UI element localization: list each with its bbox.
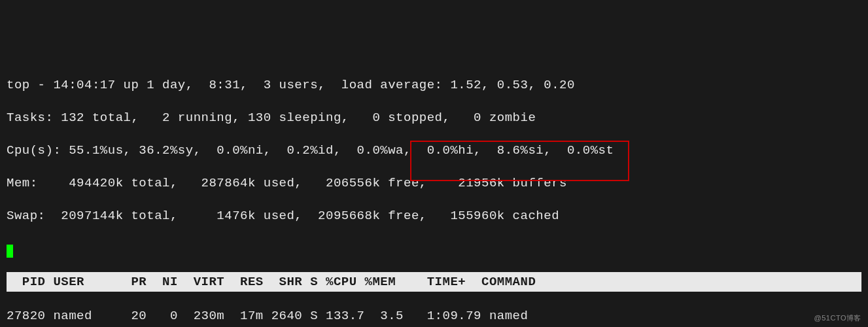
watermark-text: @51CTO博客: [814, 313, 861, 323]
top-summary-line-3: Cpu(s): 55.1%us, 36.2%sy, 0.0%ni, 0.2%id…: [7, 141, 861, 160]
top-summary-line-2: Tasks: 132 total, 2 running, 130 sleepin…: [7, 109, 861, 127]
top-summary-line-4: Mem: 494420k total, 287864k used, 206556…: [7, 174, 861, 192]
top-summary-line-1: top - 14:04:17 up 1 day, 8:31, 3 users, …: [7, 76, 861, 94]
top-summary-line-5: Swap: 2097144k total, 1476k used, 209566…: [7, 207, 861, 225]
terminal-output: top - 14:04:17 up 1 day, 8:31, 3 users, …: [0, 58, 868, 327]
table-row[interactable]: 27820 named 20 0 230m 17m 2640 S 133.7 3…: [7, 306, 861, 326]
cursor-icon: [7, 245, 13, 258]
process-table-header[interactable]: PID USER PR NI VIRT RES SHR S %CPU %MEM …: [7, 272, 861, 292]
cursor-line: [7, 239, 861, 258]
